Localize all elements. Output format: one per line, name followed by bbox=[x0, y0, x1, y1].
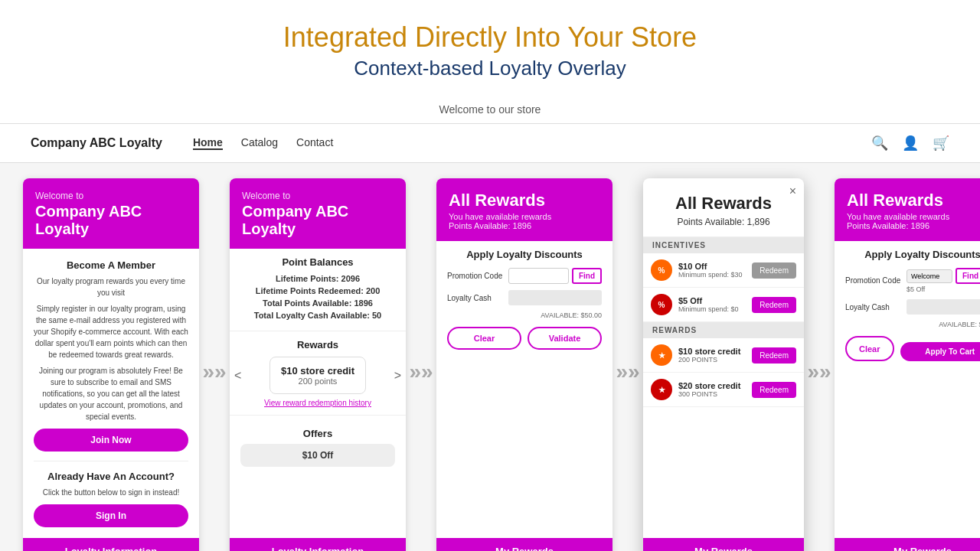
nav-links: Home Catalog Contact bbox=[193, 136, 871, 150]
panel3-footer[interactable]: My Rewards bbox=[436, 538, 612, 551]
panel3-cash-label: Loyalty Cash bbox=[447, 294, 508, 302]
arrow-double-1: »» bbox=[202, 360, 226, 384]
panel4-reward2-title: $20 store credit bbox=[678, 381, 752, 390]
panel5-sub: You have available rewards bbox=[847, 212, 980, 221]
panel4-reward2-sub: 300 POINTS bbox=[678, 390, 752, 398]
panel5-promo-note: $5 Off bbox=[906, 285, 980, 293]
panel2-rewards-title: Rewards bbox=[240, 339, 395, 350]
lifetime-pts-label: Lifetime Points: bbox=[276, 274, 339, 283]
panel1-brand: Company ABC Loyalty bbox=[35, 203, 187, 238]
panel3-header: All Rewards You have available rewards P… bbox=[436, 178, 612, 241]
panel4-points: Points Available: 1,896 bbox=[655, 217, 792, 227]
panel3-avail-text: AVAILABLE: $50.00 bbox=[447, 311, 602, 319]
nav-link-catalog[interactable]: Catalog bbox=[241, 136, 278, 150]
panel2-pb-title: Point Balances bbox=[240, 256, 395, 268]
panel4-incentive1: % $10 Off Minimum spend: $30 Redeem bbox=[643, 253, 804, 288]
panel4-modal-header: × All Rewards Points Available: 1,896 bbox=[643, 178, 804, 237]
join-now-button[interactable]: Join Now bbox=[34, 429, 188, 452]
panel1-become-note: Joining our program is absolutely Free! … bbox=[34, 365, 188, 422]
store-bar: Welcome to our store bbox=[0, 88, 980, 123]
panel4-incentive1-sub: Minimum spend: $30 bbox=[678, 271, 752, 279]
panel4-incentive2: % $5 Off Minimum spend: $0 Redeem bbox=[643, 288, 804, 322]
panel2-brand: Company ABC Loyalty bbox=[242, 203, 394, 238]
panel5-promo-label: Promotion Code bbox=[845, 276, 906, 285]
panel4-incentive2-title: $5 Off bbox=[678, 296, 752, 305]
panel5-points: Points Available: 1896 bbox=[847, 221, 980, 230]
total-pts-label: Total Points Available: bbox=[263, 298, 351, 308]
panels-container: Welcome to Company ABC Loyalty Become A … bbox=[0, 163, 980, 551]
panel4-incentive2-sub: Minimum spend: $0 bbox=[678, 305, 752, 313]
panel2-footer[interactable]: Loyalty Information bbox=[230, 538, 406, 551]
panel5-cash-bar bbox=[906, 299, 980, 315]
panel5-find-button[interactable]: Find bbox=[956, 268, 980, 284]
panel4-incentive1-redeem[interactable]: Redeem bbox=[752, 262, 796, 279]
panel1-body: Become A Member Our loyalty program rewa… bbox=[23, 249, 199, 538]
panel4-reward2-redeem[interactable]: Redeem bbox=[752, 382, 796, 398]
panel-1-loyalty-info: Welcome to Company ABC Loyalty Become A … bbox=[23, 178, 199, 551]
panel4-reward1-redeem[interactable]: Redeem bbox=[752, 347, 796, 364]
arrow-4: »» bbox=[804, 178, 835, 551]
cart-icon[interactable]: 🛒 bbox=[933, 135, 949, 152]
arrow-double-3: »» bbox=[616, 360, 639, 384]
arrow-2: »» bbox=[406, 178, 436, 551]
panel4-title: All Rewards bbox=[655, 194, 792, 214]
panel3-promo-input[interactable] bbox=[508, 268, 569, 284]
panel1-header: Welcome to Company ABC Loyalty bbox=[23, 178, 199, 249]
panel3-btn-row: Clear Validate bbox=[447, 327, 602, 350]
panel5-promo-input[interactable] bbox=[906, 269, 952, 283]
account-icon[interactable]: 👤 bbox=[902, 135, 919, 152]
panel2-welcome: Welcome to bbox=[242, 191, 394, 201]
lifetime-pts-val: 2096 bbox=[341, 274, 360, 283]
carousel-prev-button[interactable]: < bbox=[234, 369, 241, 383]
nav-link-home[interactable]: Home bbox=[193, 136, 223, 150]
panel1-become-text: Our loyalty program rewards you every ti… bbox=[34, 276, 188, 298]
panel3-all-rewards: All Rewards bbox=[449, 191, 600, 210]
arrow-double-2: »» bbox=[409, 360, 433, 384]
sign-in-button[interactable]: Sign In bbox=[34, 504, 188, 527]
panel2-rewards-section: Rewards < $10 store credit 200 points > … bbox=[230, 331, 406, 415]
nav-icons: 🔍 👤 🛒 bbox=[871, 135, 949, 152]
carousel-next-button[interactable]: > bbox=[394, 369, 401, 383]
panel2-body: Point Balances Lifetime Points: 2096 Lif… bbox=[230, 249, 406, 538]
search-icon[interactable]: 🔍 bbox=[871, 135, 888, 152]
panel3-find-button[interactable]: Find bbox=[572, 268, 602, 284]
panel4-reward2-text: $20 store credit 300 POINTS bbox=[678, 381, 752, 398]
panel5-apply-cart-button[interactable]: Apply To Cart bbox=[900, 342, 980, 361]
nav-brand: Company ABC Loyalty bbox=[31, 136, 162, 150]
panel1-footer[interactable]: Loyalty Information bbox=[23, 538, 199, 551]
nav-bar: Company ABC Loyalty Home Catalog Contact… bbox=[0, 123, 980, 163]
panel4-incentive2-redeem[interactable]: Redeem bbox=[752, 297, 796, 313]
nav-link-contact[interactable]: Contact bbox=[296, 136, 333, 150]
panel2-header: Welcome to Company ABC Loyalty bbox=[230, 178, 406, 249]
arrow-1: »» bbox=[199, 178, 230, 551]
offer-card: $10 Off bbox=[240, 444, 395, 467]
panel5-apply-title: Apply Loyalty Discounts bbox=[845, 249, 980, 260]
panel3-promo-label: Promotion Code bbox=[447, 272, 508, 280]
panel4-incentives-header: INCENTIVES bbox=[643, 237, 804, 253]
panel3-validate-button[interactable]: Validate bbox=[528, 327, 602, 350]
panel4-reward2-icon: ★ bbox=[651, 379, 672, 400]
panel5-promo-row: Promotion Code Find $5 Off bbox=[845, 268, 980, 293]
page-title-sub: Context-based Loyalty Overlay bbox=[0, 57, 980, 80]
view-history-link[interactable]: View reward redemption history bbox=[240, 399, 395, 407]
panel3-clear-button[interactable]: Clear bbox=[447, 327, 521, 350]
panel1-divider bbox=[34, 461, 188, 461]
panel2-lifetime-pts: Lifetime Points: 2096 bbox=[240, 274, 395, 283]
panel3-cash-bar bbox=[508, 290, 602, 305]
modal-close-button[interactable]: × bbox=[789, 184, 796, 198]
panel1-account-title: Already Have An Account? bbox=[34, 471, 188, 482]
panel3-promo-row: Promotion Code Find bbox=[447, 268, 602, 284]
panel4-reward2: ★ $20 store credit 300 POINTS Redeem bbox=[643, 373, 804, 407]
panel-4-modal: × All Rewards Points Available: 1,896 IN… bbox=[643, 178, 804, 551]
offers-title: Offers bbox=[240, 428, 395, 439]
panel4-reward1-sub: 200 POINTS bbox=[678, 356, 752, 364]
total-pts-val: 1896 bbox=[354, 298, 372, 308]
panel-3-apply: All Rewards You have available rewards P… bbox=[436, 178, 612, 551]
panel5-clear-button[interactable]: Clear bbox=[845, 336, 894, 361]
panel4-incentive2-text: $5 Off Minimum spend: $0 bbox=[678, 296, 752, 313]
panel4-incentive1-text: $10 Off Minimum spend: $30 bbox=[678, 262, 752, 279]
reward-card-title: $10 store credit bbox=[281, 365, 354, 377]
panel5-footer[interactable]: My Rewards bbox=[835, 538, 980, 551]
panel1-become-title: Become A Member bbox=[34, 259, 188, 271]
panel4-footer[interactable]: My Rewards bbox=[643, 538, 804, 551]
